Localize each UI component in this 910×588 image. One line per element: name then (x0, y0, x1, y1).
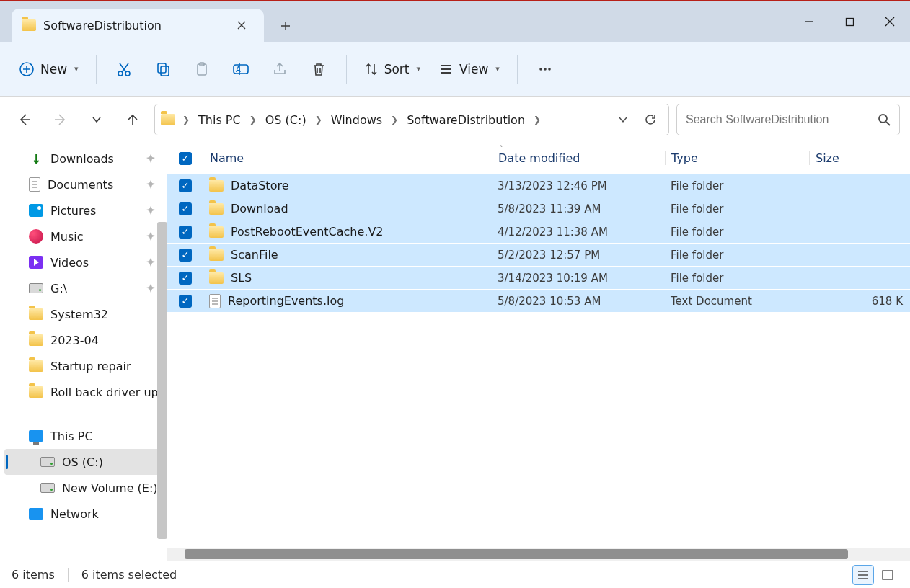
sidebar-item-label: Pictures (50, 204, 96, 218)
chevron-right-icon[interactable]: ❯ (532, 115, 542, 125)
svg-point-10 (539, 68, 542, 71)
column-header-type[interactable]: Type (665, 151, 809, 165)
column-header-name[interactable]: Name (203, 151, 492, 165)
address-bar[interactable]: ❯ This PC ❯ OS (C:) ❯ Windows ❯ Software… (154, 104, 669, 135)
file-row[interactable]: ✓DataStore3/13/2023 12:46 PMFile folder (167, 174, 910, 197)
file-row[interactable]: ✓ScanFile5/2/2023 12:57 PMFile folder (167, 244, 910, 267)
sidebar-item[interactable]: 2023-04 (0, 327, 167, 353)
maximize-button[interactable] (829, 1, 870, 42)
details-view-button[interactable] (852, 565, 874, 585)
folder-icon (209, 226, 224, 238)
tree-item[interactable]: OS (C:) (4, 449, 163, 475)
breadcrumb-segment[interactable]: OS (C:) (261, 110, 311, 130)
file-row[interactable]: ✓SLS3/14/2023 10:19 AMFile folder (167, 267, 910, 290)
svg-rect-5 (161, 66, 169, 76)
file-type: File folder (665, 272, 809, 285)
sidebar-item-label: Music (50, 230, 84, 244)
scrollbar-thumb[interactable] (157, 222, 167, 539)
horizontal-scrollbar[interactable] (167, 548, 910, 561)
rename-button[interactable]: A (222, 53, 260, 86)
recent-locations-button[interactable] (82, 105, 111, 134)
sidebar-item[interactable]: Pictures (0, 197, 167, 223)
breadcrumb-segment[interactable]: Windows (327, 110, 386, 130)
file-date: 5/8/2023 11:39 AM (492, 202, 665, 215)
forward-button[interactable] (46, 105, 75, 134)
select-all-checkbox[interactable]: ✓ (179, 152, 192, 165)
separator (346, 55, 347, 84)
file-row[interactable]: ✓ReportingEvents.log5/8/2023 10:53 AMTex… (167, 290, 910, 313)
chevron-right-icon[interactable]: ❯ (248, 115, 258, 125)
row-checkbox[interactable]: ✓ (179, 226, 192, 239)
close-tab-button[interactable] (231, 14, 252, 36)
cut-button[interactable] (105, 53, 143, 86)
delete-button[interactable] (300, 53, 337, 86)
sidebar-item[interactable]: System32 (0, 301, 167, 327)
column-header-size[interactable]: Size (809, 151, 910, 165)
pin-icon (146, 283, 156, 293)
sort-button[interactable]: Sort ▾ (355, 53, 429, 86)
row-checkbox[interactable]: ✓ (179, 179, 192, 192)
refresh-button[interactable] (638, 107, 663, 132)
new-button[interactable]: New ▾ (10, 53, 87, 86)
row-checkbox[interactable]: ✓ (179, 295, 192, 308)
sidebar-item[interactable]: Startup repair (0, 353, 167, 379)
sidebar-item[interactable]: Music (0, 223, 167, 249)
tree-item[interactable]: This PC (0, 423, 167, 449)
column-headers: ✓ Name Date modified Type Size (167, 143, 910, 174)
copy-button[interactable] (144, 53, 182, 86)
breadcrumb-segment[interactable]: SoftwareDistribution (402, 110, 529, 130)
search-input[interactable] (686, 113, 872, 126)
pc-icon (29, 430, 43, 442)
close-window-button[interactable] (870, 1, 910, 42)
minimize-button[interactable] (789, 1, 829, 42)
more-button[interactable] (526, 53, 564, 86)
up-button[interactable] (118, 105, 147, 134)
tree-item[interactable]: New Volume (E:) (0, 475, 167, 501)
chevron-right-icon[interactable]: ❯ (314, 115, 324, 125)
file-row[interactable]: ✓PostRebootEventCache.V24/12/2023 11:38 … (167, 220, 910, 244)
sidebar-item[interactable]: Videos (0, 249, 167, 275)
address-dropdown-button[interactable] (611, 107, 635, 132)
folder-icon (29, 360, 43, 372)
search-icon[interactable] (878, 113, 891, 126)
chevron-right-icon[interactable]: ❯ (181, 115, 191, 125)
folder-icon (29, 334, 43, 346)
file-name: Download (231, 202, 288, 215)
browser-tab[interactable]: SoftwareDistribution (12, 9, 264, 42)
breadcrumb-segment[interactable]: This PC (194, 110, 245, 130)
navigation-pane[interactable]: ↓DownloadsDocumentsPicturesMusicVideosG:… (0, 143, 167, 561)
paste-button[interactable] (183, 53, 221, 86)
back-button[interactable] (10, 105, 39, 134)
share-button[interactable] (261, 53, 299, 86)
row-checkbox[interactable]: ✓ (179, 272, 192, 285)
chevron-right-icon[interactable]: ❯ (389, 115, 399, 125)
folder-icon (209, 180, 224, 192)
column-header-date[interactable]: Date modified (492, 151, 665, 165)
svg-rect-0 (846, 18, 853, 25)
separator (96, 55, 97, 84)
svg-point-13 (879, 115, 887, 122)
status-selection: 6 items selected (81, 568, 177, 582)
svg-rect-14 (883, 571, 893, 579)
chevron-down-icon: ▾ (416, 64, 420, 74)
thumbnails-view-button[interactable] (877, 565, 898, 585)
file-row[interactable]: ✓Download5/8/2023 11:39 AMFile folder (167, 197, 910, 220)
tree-item-label: Network (50, 507, 99, 521)
row-checkbox[interactable]: ✓ (179, 249, 192, 262)
folder-icon (29, 386, 43, 398)
new-tab-button[interactable] (270, 10, 301, 42)
sidebar-item[interactable]: Documents (0, 172, 167, 197)
sidebar-item[interactable]: ↓Downloads (0, 146, 167, 172)
search-box[interactable] (676, 104, 900, 135)
doc-icon (209, 294, 221, 308)
folder-icon (22, 19, 36, 31)
file-rows: ✓DataStore3/13/2023 12:46 PMFile folder✓… (167, 174, 910, 548)
view-button[interactable]: View ▾ (430, 53, 508, 86)
sidebar-item-label: 2023-04 (50, 334, 99, 347)
tree-item[interactable]: Network (0, 501, 167, 527)
sidebar-item[interactable]: G:\ (0, 275, 167, 301)
sidebar-item[interactable]: Roll back driver up (0, 379, 167, 405)
file-type: File folder (665, 226, 809, 239)
row-checkbox[interactable]: ✓ (179, 202, 192, 215)
scrollbar-thumb[interactable] (185, 549, 848, 559)
